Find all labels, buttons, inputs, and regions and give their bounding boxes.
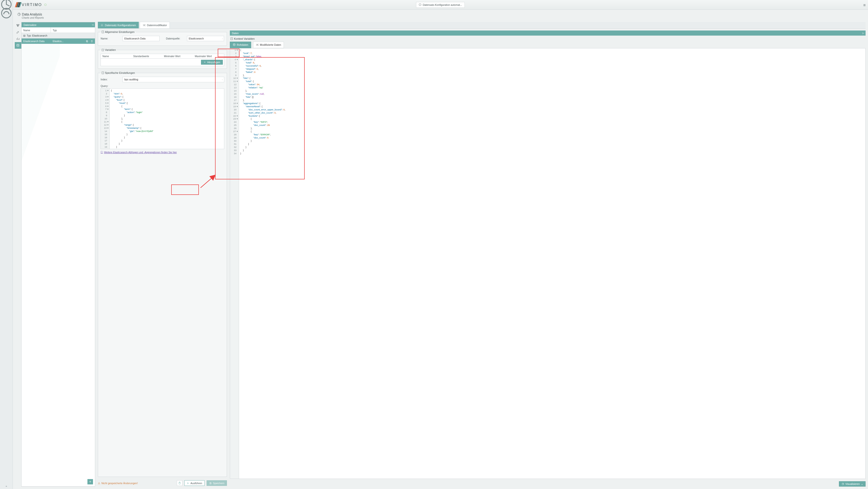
tab-dataset-config-label: Datensatz Konfigurationen: [105, 24, 136, 27]
svg-point-1: [2, 8, 11, 18]
tab-modified-data[interactable]: Modifizierte Daten: [253, 42, 284, 48]
query-editor[interactable]: 1 ▾2 3 ▾4 ▾5 ▾6 ▾7 ▾8 9 10 11 ▾12 ▾13 ▾1…: [100, 88, 224, 149]
datasets-header-row: Name Typ: [22, 27, 95, 33]
vtab-node-icon[interactable]: [15, 22, 21, 29]
gear-icon: [100, 24, 103, 27]
datasets-panel-header: Datensätze ◁: [22, 22, 95, 27]
svg-rect-7: [87, 41, 88, 42]
page-header: Data Analysis: [17, 12, 351, 16]
svg-point-6: [17, 44, 19, 45]
context-variables-label: Kontext Variablen: [234, 37, 254, 40]
datasets-group-row[interactable]: ⊟ Typ: Elasticsearch: [22, 33, 95, 38]
delete-icon[interactable]: [90, 39, 94, 43]
tab-raw-data-label: Rohdaten: [237, 43, 248, 46]
specific-settings-legend-label: Spezifische Einstellungen: [105, 71, 135, 74]
editor-area: Datensatz Konfigurationen Datenmodifikat…: [98, 22, 351, 198]
tab-data-modifier[interactable]: Datenmodifikator: [140, 22, 170, 28]
collapse-toggle-icon[interactable]: −: [102, 49, 104, 51]
plus-icon: ＋: [204, 61, 206, 64]
app-left-rail: »: [0, 0, 13, 198]
data-panel-title: Daten: [232, 32, 239, 35]
datasets-row-type: Elastics...: [51, 40, 85, 43]
source-label: Datenquelle:: [166, 37, 185, 40]
variables-table: Name Standardwerte Minimaler Wert Maxima…: [100, 54, 224, 66]
vars-col-min: Minimaler Wert: [162, 54, 193, 58]
editor-left: − Allgemeine Einstellungen Name: Datenqu…: [98, 31, 227, 198]
datasets-row-selected[interactable]: Elasticsearch Data Elastics...: [22, 38, 95, 44]
datasets-col-type: Typ: [51, 27, 58, 33]
datasource-select-value: Elasticsearch: [187, 36, 224, 41]
database-icon: [233, 43, 236, 46]
result-editor[interactable]: 1 ▾2 3 4 ▾5 6 7 8 9 10 ▾11 ▾12 13 14 15 …: [230, 48, 351, 198]
datasets-col-name: Name: [22, 27, 51, 33]
svg-rect-3: [17, 25, 18, 25]
datasource-select[interactable]: Elasticsearch ⌄: [187, 36, 224, 41]
general-settings-legend-label: Allgemeine Einstellungen: [105, 31, 134, 33]
copy-icon[interactable]: [85, 39, 89, 43]
datasets-panel-title: Datensätze: [24, 24, 36, 26]
shuffle-icon: [143, 24, 146, 27]
more-es-queries-link-label: Weitere Elasticsearch-Abfragen und -Aggr…: [104, 151, 177, 154]
collapse-icon[interactable]: ◁: [92, 24, 93, 26]
datasets-group-label: Typ: Elasticsearch: [27, 34, 47, 37]
specific-settings-block: − Spezifische Einstellungen Index: bpc-a…: [98, 71, 227, 198]
editor-tabbar: Datensatz Konfigurationen Datenmodifikat…: [98, 22, 351, 29]
collapse-toggle-icon[interactable]: −: [102, 72, 104, 74]
variables-table-head: Name Standardwerte Minimaler Wert Maxima…: [101, 54, 224, 59]
page-subtitle: Charts und Reports: [22, 16, 351, 19]
svg-rect-5: [18, 26, 19, 27]
vtab-edit-icon[interactable]: [15, 29, 21, 35]
data-panel-header: Daten ▷: [230, 31, 351, 36]
variables-legend-label: Variablen: [105, 48, 116, 51]
tab-modified-data-label: Modifizierte Daten: [260, 43, 281, 46]
context-variables-legend[interactable]: + Kontext Variablen: [230, 37, 351, 40]
info-icon: ⓘ: [100, 151, 103, 154]
general-settings-legend[interactable]: − Allgemeine Einstellungen: [100, 31, 135, 33]
expand-toggle-icon[interactable]: +: [230, 37, 233, 40]
svg-point-9: [102, 25, 102, 25]
vars-col-max: Maximaler Wert: [193, 54, 224, 58]
group-collapse-icon: ⊟: [23, 34, 25, 37]
index-select[interactable]: bpc-auditlog ⌄: [123, 77, 224, 82]
datasets-row-actions: [85, 39, 95, 43]
brand-logo-icon: [16, 2, 21, 7]
query-label: Query:: [100, 85, 224, 87]
brand-name: VIRTIMO: [22, 2, 42, 7]
name-label: Name:: [100, 37, 120, 40]
add-variable-button-label: Hinzufügen: [207, 61, 220, 64]
datasets-panel: Datensätze ◁ Name Typ ⊟ Typ: Elasticsear…: [21, 22, 95, 198]
page-title: Data Analysis: [22, 12, 42, 16]
collapse-toggle-icon[interactable]: −: [102, 31, 104, 33]
specific-settings-legend[interactable]: − Spezifische Einstellungen: [100, 71, 136, 74]
vertical-tabs: [15, 22, 21, 48]
tab-raw-data[interactable]: Rohdaten: [230, 42, 251, 48]
vars-col-default: Standardwerte: [132, 54, 162, 58]
rail-icon-dashboard[interactable]: [0, 9, 13, 18]
vtab-database-icon[interactable]: [15, 42, 21, 48]
workspace: Data Analysis Charts und Reports Datensä…: [13, 10, 351, 198]
shuffle-icon: [256, 43, 259, 46]
svg-point-12: [233, 43, 235, 44]
tab-data-modifier-label: Datenmodifikator: [147, 24, 167, 27]
add-variable-button[interactable]: ＋ Hinzufügen: [201, 60, 223, 64]
right-tabbar: Rohdaten Modifizierte Daten: [230, 42, 351, 48]
variables-legend[interactable]: − Variablen: [100, 48, 117, 51]
tab-dataset-config[interactable]: Datensatz Konfigurationen: [98, 22, 139, 28]
general-settings-block: − Allgemeine Einstellungen Name: Datenqu…: [98, 31, 227, 46]
titlebar: VIRTIMO ⓘ Datensatz-Konfiguration automa…: [13, 0, 351, 10]
status-dot-icon: [44, 4, 46, 6]
vtab-bars-icon[interactable]: [15, 35, 21, 42]
variables-block: − Variablen Name Standardwerte Minimaler…: [98, 48, 227, 69]
svg-rect-8: [86, 40, 87, 42]
vars-col-name: Name: [101, 54, 131, 58]
more-es-queries-link[interactable]: ⓘ Weitere Elasticsearch-Abfragen und -Ag…: [100, 151, 224, 154]
chevron-down-icon: ⌄: [222, 79, 223, 80]
panel-decoration: [22, 40, 60, 177]
svg-rect-4: [18, 25, 19, 25]
chevron-down-icon: ⌄: [222, 38, 223, 39]
datasets-row-name: Elasticsearch Data: [22, 40, 51, 43]
index-label: Index:: [100, 78, 120, 81]
index-select-value: bpc-auditlog: [123, 77, 224, 82]
page-title-icon: [17, 12, 21, 16]
dataset-name-input[interactable]: [123, 36, 160, 41]
